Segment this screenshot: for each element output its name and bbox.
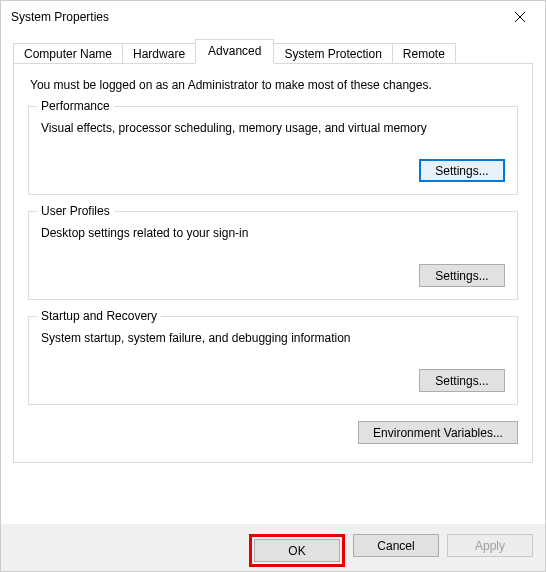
apply-button: Apply <box>447 534 533 557</box>
performance-settings-button[interactable]: Settings... <box>419 159 505 182</box>
group-legend: Startup and Recovery <box>37 309 161 323</box>
tab-label: Remote <box>403 47 445 61</box>
group-startup-recovery: Startup and Recovery System startup, sys… <box>28 316 518 405</box>
group-legend: Performance <box>37 99 114 113</box>
tab-label: Computer Name <box>24 47 112 61</box>
ok-button[interactable]: OK <box>254 539 340 562</box>
environment-variables-button[interactable]: Environment Variables... <box>358 421 518 444</box>
titlebar: System Properties <box>1 1 545 33</box>
ok-highlight: OK <box>249 534 345 567</box>
tab-hardware[interactable]: Hardware <box>122 43 196 65</box>
tab-panel-advanced: You must be logged on as an Administrato… <box>13 63 533 463</box>
tab-remote[interactable]: Remote <box>392 43 456 65</box>
system-properties-window: System Properties Computer Name Hardware… <box>0 0 546 572</box>
window-title: System Properties <box>11 10 109 24</box>
dialog-buttons: OK Cancel Apply <box>1 524 545 571</box>
window-body: Computer Name Hardware Advanced System P… <box>1 33 545 524</box>
performance-desc: Visual effects, processor scheduling, me… <box>41 121 505 135</box>
group-performance: Performance Visual effects, processor sc… <box>28 106 518 195</box>
tab-label: System Protection <box>284 47 381 61</box>
admin-notice: You must be logged on as an Administrato… <box>30 78 518 92</box>
tabstrip: Computer Name Hardware Advanced System P… <box>13 39 533 63</box>
tab-advanced[interactable]: Advanced <box>195 39 274 64</box>
tab-label: Hardware <box>133 47 185 61</box>
user-profiles-desc: Desktop settings related to your sign-in <box>41 226 505 240</box>
cancel-button[interactable]: Cancel <box>353 534 439 557</box>
tabs-container: Computer Name Hardware Advanced System P… <box>13 39 533 463</box>
user-profiles-settings-button[interactable]: Settings... <box>419 264 505 287</box>
startup-recovery-desc: System startup, system failure, and debu… <box>41 331 505 345</box>
group-user-profiles: User Profiles Desktop settings related t… <box>28 211 518 300</box>
close-button[interactable] <box>497 2 543 32</box>
tab-label: Advanced <box>208 44 261 58</box>
close-icon <box>515 12 525 22</box>
group-legend: User Profiles <box>37 204 114 218</box>
tab-system-protection[interactable]: System Protection <box>273 43 392 65</box>
tab-computer-name[interactable]: Computer Name <box>13 43 123 65</box>
startup-recovery-settings-button[interactable]: Settings... <box>419 369 505 392</box>
